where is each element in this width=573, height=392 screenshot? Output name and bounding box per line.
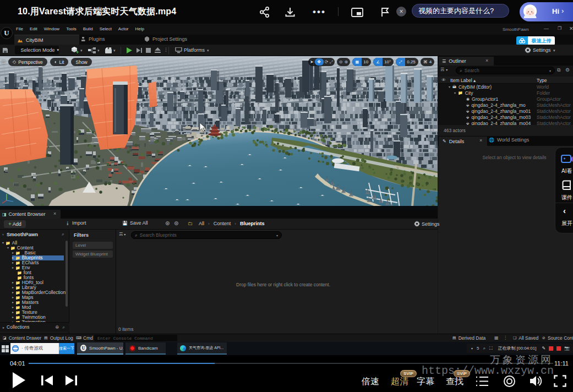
svg-text:+: + xyxy=(76,50,79,55)
